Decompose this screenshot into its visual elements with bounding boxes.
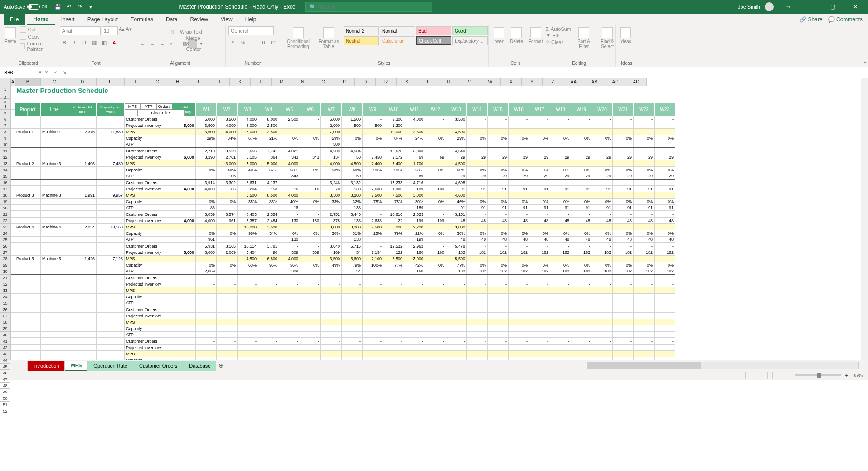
- cell[interactable]: [613, 192, 634, 199]
- cell[interactable]: [217, 268, 238, 274]
- cell[interactable]: [15, 249, 41, 256]
- cell[interactable]: -: [529, 275, 550, 281]
- cell[interactable]: -: [363, 116, 383, 122]
- cell[interactable]: [172, 173, 196, 179]
- row-header[interactable]: 35: [0, 300, 10, 306]
- cell[interactable]: W7: [321, 103, 342, 116]
- redo-icon[interactable]: ↷: [76, 3, 83, 10]
- cell[interactable]: [172, 129, 196, 135]
- cell[interactable]: 0%: [425, 230, 446, 237]
- cell[interactable]: 29: [467, 154, 488, 160]
- cell[interactable]: [172, 224, 196, 230]
- cell[interactable]: 182: [571, 268, 592, 274]
- cell[interactable]: [172, 180, 196, 186]
- cell[interactable]: 0%: [509, 199, 529, 205]
- cancel-formula-icon[interactable]: ✕: [42, 69, 51, 75]
- cell[interactable]: [509, 351, 529, 357]
- cell[interactable]: 29: [488, 154, 509, 160]
- border-button[interactable]: ▦: [90, 38, 99, 47]
- cell[interactable]: -: [634, 300, 655, 306]
- cell[interactable]: [196, 357, 217, 360]
- cell[interactable]: -: [509, 122, 529, 129]
- cell[interactable]: [363, 325, 383, 332]
- cell[interactable]: 3,529: [217, 148, 238, 154]
- cell[interactable]: 16: [300, 186, 321, 192]
- cell[interactable]: 3,500: [321, 256, 342, 262]
- increase-font-icon[interactable]: A▴: [119, 26, 125, 35]
- cell[interactable]: [529, 160, 550, 167]
- cell[interactable]: 10,000: [238, 224, 258, 230]
- cell[interactable]: 48: [488, 218, 509, 224]
- cell[interactable]: Customer Orders: [125, 243, 172, 249]
- cell[interactable]: [634, 192, 655, 199]
- cell[interactable]: 3,500: [196, 129, 217, 135]
- cell[interactable]: [41, 230, 68, 237]
- tab-help[interactable]: Help: [239, 14, 263, 25]
- cell[interactable]: Machine 5: [41, 256, 68, 262]
- cell[interactable]: [24, 110, 28, 116]
- sheet-tab-operation-rate[interactable]: Operation Rate: [87, 361, 133, 371]
- cell[interactable]: 91: [446, 205, 467, 211]
- clear-button[interactable]: ◇ Clear: [546, 39, 571, 45]
- col-header-AC[interactable]: AC: [605, 78, 626, 86]
- col-header-K[interactable]: K: [230, 78, 251, 86]
- cell[interactable]: 29: [613, 154, 634, 160]
- cell[interactable]: 3,500: [446, 116, 467, 122]
- cell[interactable]: [15, 325, 41, 332]
- row-header[interactable]: 31: [0, 275, 10, 281]
- row-header[interactable]: 48: [0, 383, 10, 389]
- autosave-toggle[interactable]: AutoSave Off: [0, 4, 51, 10]
- cell[interactable]: [41, 351, 68, 357]
- cell[interactable]: -: [634, 338, 655, 345]
- cell[interactable]: [172, 211, 196, 218]
- cell[interactable]: 91: [550, 186, 571, 192]
- cell[interactable]: 5,000: [321, 116, 342, 122]
- cell[interactable]: 3,440: [342, 211, 363, 218]
- row-header[interactable]: 44: [0, 357, 10, 364]
- cell[interactable]: -: [446, 306, 467, 313]
- col-header-A[interactable]: A: [11, 78, 15, 86]
- cell[interactable]: -: [217, 338, 238, 345]
- cell[interactable]: [68, 180, 97, 186]
- row-header[interactable]: 52: [0, 408, 10, 414]
- cell[interactable]: 0%: [529, 135, 550, 141]
- cell[interactable]: [488, 287, 509, 294]
- cell[interactable]: 30%: [404, 199, 425, 205]
- cell[interactable]: ATP: [125, 300, 172, 306]
- cell[interactable]: -: [613, 338, 634, 345]
- cell[interactable]: 31%: [342, 230, 363, 237]
- cell[interactable]: [15, 110, 18, 116]
- cell[interactable]: 134: [321, 154, 342, 160]
- cell[interactable]: [68, 167, 97, 173]
- cell[interactable]: ATP: [125, 173, 172, 179]
- cell[interactable]: [655, 351, 675, 357]
- cell[interactable]: [321, 173, 342, 179]
- cell[interactable]: [238, 173, 258, 179]
- cell[interactable]: [467, 256, 488, 262]
- sheet-tab-mps[interactable]: MPS: [65, 361, 87, 371]
- cell[interactable]: 48: [592, 237, 613, 243]
- cell[interactable]: -: [258, 338, 279, 345]
- col-header-AB[interactable]: AB: [584, 78, 605, 86]
- cell[interactable]: [655, 141, 675, 147]
- cell[interactable]: [15, 345, 41, 351]
- cell[interactable]: [425, 129, 446, 135]
- cell[interactable]: 182: [655, 268, 675, 274]
- cell[interactable]: -: [363, 211, 383, 218]
- cell[interactable]: [172, 116, 196, 122]
- cell[interactable]: 3,574: [217, 211, 238, 218]
- cell[interactable]: [300, 160, 321, 167]
- row-header[interactable]: 26: [0, 243, 10, 249]
- cell[interactable]: [11, 230, 15, 237]
- row-header[interactable]: 5: [0, 110, 10, 116]
- cell[interactable]: [15, 116, 41, 122]
- cell[interactable]: [321, 351, 342, 357]
- cell[interactable]: [68, 357, 97, 360]
- cell[interactable]: 53%: [279, 167, 300, 173]
- cell[interactable]: 0%: [655, 167, 675, 173]
- row-header[interactable]: 7: [0, 122, 10, 129]
- cell[interactable]: -: [529, 116, 550, 122]
- row-header[interactable]: 6: [0, 116, 10, 122]
- cell[interactable]: [41, 300, 68, 306]
- cell[interactable]: -: [655, 148, 675, 154]
